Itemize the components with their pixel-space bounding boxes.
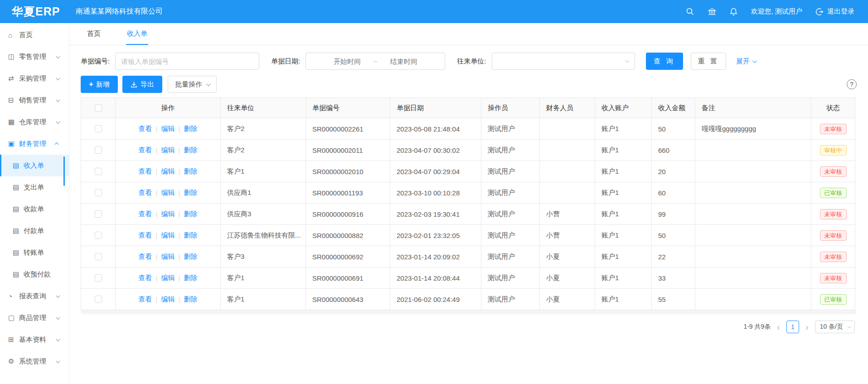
edit-link[interactable]: 编辑: [161, 125, 175, 133]
sidebar-item-9[interactable]: ▤ 收款单: [0, 198, 69, 220]
tab-2[interactable]: 收入单: [126, 23, 148, 45]
cell-operator: 测试用户: [481, 267, 540, 289]
view-link[interactable]: 查看: [139, 210, 152, 219]
view-link[interactable]: 查看: [139, 189, 152, 197]
edit-link[interactable]: 编辑: [161, 167, 175, 176]
edit-link[interactable]: 编辑: [161, 189, 175, 197]
prev-page-icon[interactable]: ‹: [776, 322, 781, 331]
view-link[interactable]: 查看: [139, 167, 152, 176]
sidebar-item-8[interactable]: ▤ 支出单: [0, 176, 69, 198]
sidebar-item-5[interactable]: ▦ 仓库管理: [0, 111, 69, 133]
view-link[interactable]: 查看: [139, 125, 152, 133]
sidebar-item-14[interactable]: ▢ 商品管理: [0, 307, 69, 329]
cell-account: 账户1: [595, 289, 652, 310]
tab-1[interactable]: 首页: [86, 23, 102, 45]
edit-link[interactable]: 编辑: [161, 253, 175, 261]
export-button[interactable]: 导出: [122, 76, 162, 93]
delete-link[interactable]: 删除: [184, 167, 197, 176]
search-button[interactable]: 查 询: [646, 53, 683, 70]
row-checkbox[interactable]: [95, 168, 102, 175]
cell-remark: [695, 246, 811, 267]
cell-operator: 测试用户: [481, 289, 540, 310]
sidebar-item-4[interactable]: ⊟ 销售管理: [0, 89, 69, 111]
view-link[interactable]: 查看: [139, 274, 152, 282]
edit-link[interactable]: 编辑: [161, 295, 175, 304]
bill-no-input[interactable]: [115, 53, 259, 70]
select-all-checkbox[interactable]: [95, 104, 102, 112]
view-link[interactable]: 查看: [139, 253, 152, 261]
row-checkbox[interactable]: [95, 274, 102, 282]
doc-icon: ▤: [13, 183, 24, 191]
date-separator: ~: [373, 58, 378, 65]
cell-finance: 小曹: [540, 204, 595, 225]
delete-link[interactable]: 删除: [184, 189, 197, 197]
page-number-button[interactable]: 1: [786, 321, 799, 333]
row-checkbox[interactable]: [95, 296, 102, 303]
sidebar-item-13[interactable]: ◔ 报表查询: [0, 285, 69, 307]
status-badge: 未审核: [820, 166, 847, 177]
delete-link[interactable]: 删除: [184, 210, 197, 219]
cell-bill-no: SR00000000692: [306, 246, 390, 267]
add-button[interactable]: + 新增: [81, 76, 118, 93]
bill-no-label: 单据编号:: [81, 57, 110, 66]
row-checkbox[interactable]: [95, 189, 102, 196]
chevron-down-icon: [625, 58, 629, 63]
delete-link[interactable]: 删除: [184, 231, 197, 240]
view-link[interactable]: 查看: [139, 231, 152, 240]
col-status: 状态: [811, 98, 855, 118]
delete-link[interactable]: 删除: [184, 146, 197, 155]
cell-finance: [540, 118, 595, 140]
status-badge: 未审核: [820, 209, 847, 219]
status-badge: 审核中: [820, 145, 847, 156]
batch-operation-button[interactable]: 批量操作: [168, 76, 217, 93]
sidebar-item-16[interactable]: ⚙ 系统管理: [0, 350, 69, 372]
help-icon[interactable]: ?: [847, 79, 857, 89]
sidebar-item-12[interactable]: ▤ 收预付款: [0, 263, 69, 285]
cell-account: 账户1: [595, 204, 652, 225]
sidebar-item-10[interactable]: ▤ 付款单: [0, 220, 69, 242]
delete-link[interactable]: 删除: [184, 274, 197, 282]
row-checkbox[interactable]: [95, 125, 102, 132]
cell-remark: [695, 204, 811, 225]
edit-link[interactable]: 编辑: [161, 210, 175, 219]
row-checkbox[interactable]: [95, 232, 102, 239]
date-range-picker[interactable]: ~: [305, 53, 445, 70]
sidebar-scrollbar-thumb[interactable]: [63, 156, 65, 186]
delete-link[interactable]: 删除: [184, 295, 197, 304]
row-checkbox[interactable]: [95, 253, 102, 260]
date-start-input[interactable]: [325, 58, 369, 65]
row-checkbox[interactable]: [95, 146, 102, 154]
reset-button[interactable]: 重 置: [691, 53, 726, 70]
sidebar-item-11[interactable]: ▤ 转账单: [0, 242, 69, 263]
delete-link[interactable]: 删除: [184, 253, 197, 261]
sidebar-item-1[interactable]: ⌂ 首页: [0, 24, 69, 46]
expand-link[interactable]: 展开: [736, 57, 756, 66]
delete-link[interactable]: 删除: [184, 125, 197, 133]
sidebar-item-2[interactable]: ◫ 零售管理: [0, 46, 69, 68]
page-size-select[interactable]: 10 条/页: [815, 321, 855, 333]
sidebar-item-15[interactable]: ⊞ 基本资料: [0, 329, 69, 350]
cell-remark: [695, 140, 811, 161]
next-page-icon[interactable]: ›: [805, 322, 810, 331]
logout-button[interactable]: 退出登录: [815, 7, 854, 16]
sidebar-item-3[interactable]: ⇄ 采购管理: [0, 68, 69, 89]
edit-link[interactable]: 编辑: [161, 274, 175, 282]
view-link[interactable]: 查看: [139, 146, 152, 155]
edit-link[interactable]: 编辑: [161, 146, 175, 155]
bank-icon[interactable]: [708, 7, 717, 16]
bell-icon[interactable]: [729, 7, 738, 16]
date-end-input[interactable]: [382, 58, 426, 65]
cell-account: 账户1: [595, 118, 652, 140]
base-data-icon: ⊞: [8, 335, 19, 344]
row-checkbox[interactable]: [95, 210, 102, 218]
sidebar-item-6[interactable]: ▣ 财务管理: [0, 133, 69, 155]
search-icon[interactable]: [686, 7, 695, 16]
chevron-icon: [56, 76, 60, 80]
horizontal-scrollbar[interactable]: [81, 310, 857, 314]
view-link[interactable]: 查看: [139, 295, 152, 304]
sidebar-item-7[interactable]: ▤ 收入单: [0, 155, 69, 176]
table-row: 查看| 编辑| 删除 江苏德鲁生物科技有限... SR00000000882 2…: [81, 225, 857, 246]
cell-finance: 小曹: [540, 225, 595, 246]
partner-select[interactable]: [492, 53, 635, 70]
edit-link[interactable]: 编辑: [161, 231, 175, 240]
